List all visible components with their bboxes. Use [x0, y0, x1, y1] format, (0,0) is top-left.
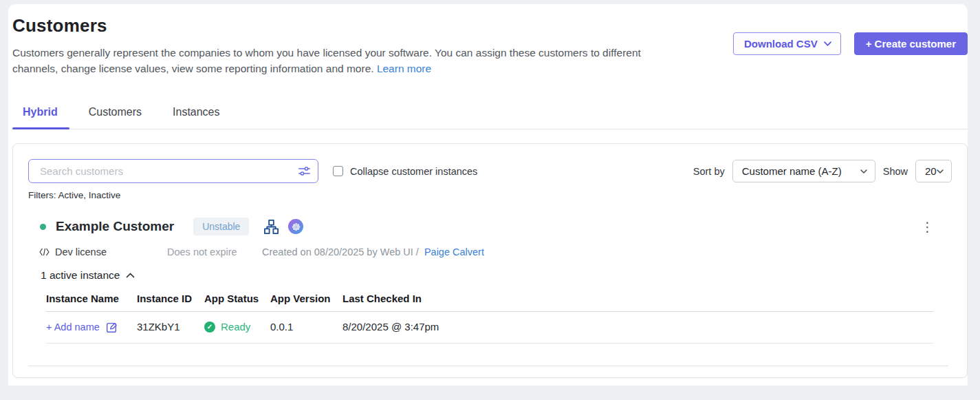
instance-table: Instance Name Instance ID App Status App… [46, 293, 933, 344]
edit-icon [106, 322, 118, 333]
col-header-app-version: App Version [270, 293, 342, 304]
filter-sliders-icon[interactable] [298, 166, 310, 179]
header-actions: Download CSV + Create customer [733, 32, 968, 55]
show-value: 20 [925, 165, 937, 177]
created-info: Created on 08/20/2025 by Web UI / Paige … [262, 246, 484, 257]
license-expiration: Does not expire [167, 246, 262, 257]
create-customer-button[interactable]: + Create customer [854, 32, 968, 55]
download-csv-label: Download CSV [744, 38, 818, 50]
tab-customers[interactable]: Customers [89, 106, 142, 129]
search-wrap [28, 159, 318, 183]
search-input[interactable] [28, 159, 318, 183]
show-label: Show [883, 166, 908, 177]
last-checked-in-cell: 8/20/2025 @ 3:47pm [342, 321, 933, 333]
license-row: Dev license Does not expire Created on 0… [39, 246, 956, 257]
created-by-link[interactable]: Paige Calvert [424, 246, 484, 257]
learn-more-link[interactable]: Learn more [377, 63, 431, 74]
channel-badge: Unstable [193, 218, 249, 235]
customer-name-link[interactable]: Example Customer [56, 219, 174, 234]
chevron-up-icon [126, 273, 135, 278]
sort-by-value: Customer name (A-Z) [742, 165, 842, 177]
tab-bar: Hybrid Customers Instances [12, 106, 968, 129]
customers-card: Collapse customer instances Sort by Cust… [12, 143, 968, 378]
filters-summary: Filters: Active, Inactive [28, 190, 956, 200]
add-name-button[interactable]: + Add name [46, 322, 118, 333]
status-ready: ✓ Ready [204, 321, 270, 333]
instances-toggle-row: 1 active instance [28, 257, 956, 282]
license-type: Dev license [39, 246, 167, 257]
created-text: Created on 08/20/2025 by Web UI / [262, 246, 419, 257]
col-header-last-checked-in: Last Checked In [342, 293, 933, 304]
instance-table-header: Instance Name Instance ID App Status App… [46, 293, 933, 312]
collapse-instances-label: Collapse customer instances [350, 166, 477, 177]
tab-instances[interactable]: Instances [173, 106, 219, 129]
channel-hierarchy-icon [263, 219, 279, 235]
kebab-menu-icon[interactable]: ⋮ [921, 220, 934, 233]
page-header: Customers Customers generally represent … [12, 4, 968, 76]
kubernetes-icon: ☸ [288, 219, 303, 234]
instance-name-cell: + Add name [46, 321, 137, 333]
toolbar: Collapse customer instances Sort by Cust… [28, 159, 956, 183]
code-icon [39, 248, 50, 256]
customer-header-row: Example Customer Unstable ☸ ⋮ [40, 218, 956, 235]
check-circle-icon: ✓ [204, 322, 215, 333]
collapse-instances-checkbox[interactable] [333, 166, 343, 176]
chevron-down-icon [824, 41, 831, 46]
add-name-label: + Add name [46, 322, 100, 333]
sort-by-select[interactable]: Customer name (A-Z) [732, 160, 875, 182]
download-csv-button[interactable]: Download CSV [733, 32, 841, 55]
col-header-app-status: App Status [204, 293, 270, 304]
col-header-instance-id: Instance ID [137, 293, 204, 304]
page-description: Customers generally represent the compan… [12, 45, 676, 76]
sort-by-label: Sort by [693, 166, 725, 177]
create-customer-label: + Create customer [866, 38, 956, 50]
customers-page-panel: Customers Customers generally represent … [8, 4, 968, 386]
app-status-cell: ✓ Ready [204, 321, 270, 333]
chevron-down-icon [937, 169, 944, 173]
col-header-instance-name: Instance Name [46, 293, 137, 304]
instances-summary: 1 active instance [41, 269, 120, 282]
app-version-cell: 0.0.1 [270, 321, 342, 333]
app-status-label: Ready [221, 321, 250, 333]
tab-hybrid[interactable]: Hybrid [23, 106, 58, 129]
active-status-dot [40, 224, 46, 230]
instance-id-cell: 31ZKbY1 [137, 321, 204, 333]
collapse-instances-group: Collapse customer instances [333, 166, 477, 177]
chevron-down-icon [860, 169, 867, 173]
page-description-text: Customers generally represent the compan… [12, 47, 641, 74]
toolbar-right: Sort by Customer name (A-Z) Show 20 [693, 160, 956, 182]
instances-toggle[interactable]: 1 active instance [41, 269, 135, 282]
instance-table-row: + Add name 31ZKbY1 ✓ Ready [46, 312, 933, 344]
license-type-label: Dev license [55, 246, 107, 257]
show-select[interactable]: 20 [915, 160, 952, 182]
card-footer-divider [28, 366, 948, 366]
